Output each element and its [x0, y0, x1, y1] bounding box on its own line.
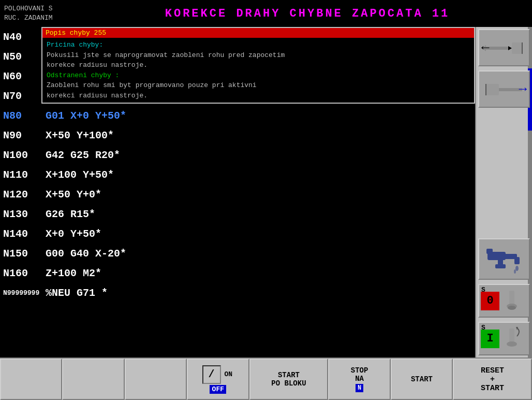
- start-po-bloku-line1: START: [278, 371, 300, 379]
- n-badge: N: [356, 384, 363, 392]
- svg-point-21: [507, 341, 517, 347]
- s-red-container: 0: [486, 288, 522, 314]
- s-green-button[interactable]: S I: [478, 322, 530, 355]
- fix-label: Odstraneni chyby :: [47, 70, 470, 81]
- code-line-n160: Z+100 M2*: [41, 263, 475, 283]
- toolbar-btn-1[interactable]: [0, 359, 62, 400]
- svg-rect-11: [495, 264, 506, 268]
- header-line2: RUC. ZADANIM: [4, 13, 79, 23]
- code-line-n150: G00 G40 X-20*: [41, 244, 475, 263]
- ln-n80: N80: [0, 106, 41, 125]
- onoff-container: / ON OFF: [202, 365, 234, 394]
- off-label: OFF: [210, 385, 226, 394]
- start-button[interactable]: START: [391, 359, 453, 400]
- tool-path-right-button[interactable]: →: [478, 70, 530, 108]
- code-line-n110: X+100 Y+50*: [41, 165, 475, 184]
- svg-rect-7: [486, 84, 499, 95]
- ln-n130: N130: [0, 204, 41, 224]
- svg-marker-2: [508, 46, 512, 50]
- ln-n120: N120: [0, 184, 41, 204]
- header-left: POLOHOVANI S RUC. ZADANIM: [0, 0, 83, 27]
- stop-na-line1: STOP: [351, 366, 368, 375]
- ln-n40: N40: [0, 27, 41, 47]
- header: POLOHOVANI S RUC. ZADANIM KOREKCE DRAHY …: [0, 0, 532, 27]
- reset-start-line2: +: [490, 375, 495, 384]
- on-label: ON: [223, 370, 234, 379]
- s-red-button[interactable]: S 0: [478, 284, 530, 318]
- ln-n140: N140: [0, 224, 41, 244]
- ln-n150: N150: [0, 244, 41, 263]
- arrow-right-icon: →: [519, 81, 527, 97]
- header-line1: POLOHOVANI S: [4, 4, 79, 13]
- bottom-toolbar: / ON OFF START PO BLOKU STOP NA N START …: [0, 358, 532, 400]
- s-label-2: S: [481, 324, 485, 332]
- coolant-icon: [482, 241, 526, 277]
- s-green-container: I: [486, 326, 522, 352]
- ln-n110: N110: [0, 165, 41, 184]
- header-title: KOREKCE DRAHY CHYBNE ZAPOCATA 11: [83, 0, 532, 27]
- arrow-left-icon: ←: [481, 40, 490, 55]
- svg-point-16: [514, 269, 516, 274]
- ln-n100: N100: [0, 145, 41, 165]
- ln-n160: N160: [0, 263, 41, 283]
- svg-rect-13: [514, 257, 520, 264]
- code-content: Popis chyby 255 Pricina chyby: Pokusili …: [0, 27, 475, 358]
- coolant-button[interactable]: [478, 238, 530, 280]
- cause-label: Pricina chyby:: [47, 40, 470, 50]
- s-label-1: S: [481, 286, 485, 294]
- error-body: Pricina chyby: Pokusili jste se naprogra…: [42, 38, 474, 103]
- ln-n90: N90: [0, 125, 41, 145]
- ln-n70: N70: [0, 86, 41, 106]
- reset-start-line1: RESET: [481, 366, 504, 375]
- right-sidebar: ← →: [475, 27, 532, 358]
- cause-text: Pokusili jste se naprogramovat zaobleni …: [47, 50, 470, 70]
- stop-na-button[interactable]: STOP NA N: [328, 359, 390, 400]
- ln-n999: N99999999: [0, 283, 41, 303]
- code-line-n130: G26 R15*: [41, 204, 475, 224]
- svg-point-19: [508, 306, 516, 310]
- ln-n60: N60: [0, 66, 41, 86]
- ln-n50: N50: [0, 47, 41, 66]
- fix-text: Zaobleni rohu smi byt programovano pouze…: [47, 80, 470, 101]
- onoff-toggle-button[interactable]: / ON OFF: [187, 359, 249, 400]
- code-line-n90: X+50 Y+100*: [41, 125, 475, 145]
- error-title: Popis chyby 255: [42, 28, 474, 38]
- reset-start-line3: START: [481, 384, 504, 393]
- stop-na-line2: NA: [355, 375, 364, 383]
- svg-rect-14: [486, 249, 493, 254]
- start-po-bloku-line2: PO BLOKU: [271, 379, 306, 388]
- start-po-bloku-button[interactable]: START PO BLOKU: [249, 359, 329, 400]
- start-label: START: [411, 375, 433, 383]
- code-line-n120: X+50 Y+0*: [41, 184, 475, 204]
- svg-rect-4: [512, 42, 522, 54]
- s-green-value: I: [481, 330, 499, 348]
- tool-path-left-button[interactable]: ←: [478, 29, 530, 66]
- spindle-icon-1: [501, 288, 522, 314]
- line-numbers: N40 N50 N60 N70 N80 N90 N100 N110 N120 N…: [0, 27, 41, 358]
- toolbar-btn-3[interactable]: [125, 359, 187, 400]
- code-line-n80: G01 X+0 Y+50*: [41, 106, 475, 125]
- code-line-n140: X+0 Y+50*: [41, 224, 475, 244]
- code-line-n100: G42 G25 R20*: [41, 145, 475, 165]
- tool-path-left-icon: [483, 32, 525, 63]
- main-area: Popis chyby 255 Pricina chyby: Pokusili …: [0, 27, 532, 358]
- toolbar-btn-2[interactable]: [62, 359, 124, 400]
- svg-point-15: [515, 266, 519, 271]
- code-line-n999: %NEU G71 *: [41, 283, 475, 303]
- onoff-btn: / ON: [202, 365, 234, 384]
- error-popup: Popis chyby 255 Pricina chyby: Pokusili …: [41, 27, 475, 104]
- slash-button[interactable]: /: [202, 365, 221, 384]
- spindle-icon-2: [501, 326, 522, 352]
- s-red-value: 0: [481, 292, 499, 310]
- reset-start-button[interactable]: RESET + START: [453, 359, 532, 400]
